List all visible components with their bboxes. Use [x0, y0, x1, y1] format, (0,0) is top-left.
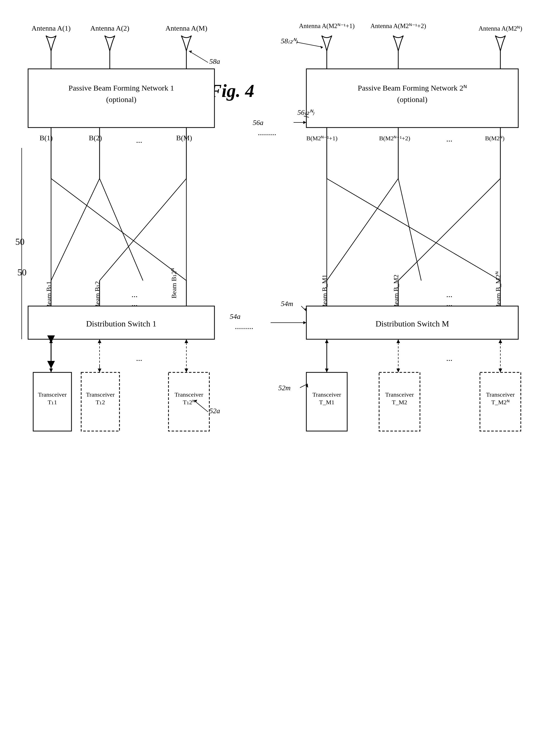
- antenna-right2-label: Antenna A(M2ᴺ⁻¹+2): [371, 22, 426, 30]
- beam-bm2n-label: Beam B_M2ᴺ: [495, 271, 502, 309]
- transceiver-t11-label2: T₁1: [48, 399, 57, 406]
- b1-label: B(1): [40, 134, 53, 142]
- transceiver-tm1-label2: T_M1: [319, 399, 334, 406]
- transceiver-tm2n-label2: T_M2ᴺ: [492, 399, 510, 406]
- bm2n2-label: B(M2ᴺ⁻¹+2): [379, 135, 410, 142]
- dots-left-top: ...: [136, 135, 142, 145]
- dots-beam-left1: ...: [131, 290, 138, 299]
- network-left-line2: (optional): [106, 95, 136, 104]
- ref-56-2n: 56₍₂ᴺ₎: [297, 108, 314, 116]
- fig-label: Fig. 4: [209, 81, 254, 101]
- ref-52a: 52a: [209, 407, 220, 415]
- dots-54a: .........: [235, 322, 253, 331]
- bm2n1-label: B(M2ᴺ⁻¹+1): [306, 135, 338, 142]
- bm-label: B(M): [176, 134, 192, 142]
- dots-trans-right: ...: [446, 353, 453, 363]
- ref-52m: 52m: [278, 384, 291, 392]
- transceiver-tm2n-label1: Transceiver: [486, 391, 515, 398]
- antenna-right1-label: Antenna A(M2ᴺ⁻¹+1): [299, 22, 354, 30]
- network-left-line1: Passive Beam Forming Network 1: [69, 84, 174, 92]
- transceiver-t12-label2: T₁2: [96, 399, 105, 406]
- ref-58a: 58a: [209, 57, 220, 65]
- transceiver-t12n-label2: T₁2ᴺ: [183, 399, 195, 406]
- bm2nn-label: B(M2ᴺ): [485, 135, 505, 142]
- transceiver-tm2-label2: T_M2: [392, 399, 407, 406]
- ref-58-2n: 58₍₂ᴺ₎: [281, 37, 298, 45]
- antenna-a2-label: Antenna A(2): [90, 24, 129, 32]
- beam-b12-label: Beam B₁2: [94, 281, 101, 309]
- transceiver-t12n-label1: Transceiver: [175, 391, 203, 398]
- dist-switch-m-label: Distribution Switch M: [376, 319, 449, 328]
- network-right-line1: Passive Beam Forming Network 2ᴺ: [358, 84, 467, 92]
- antenna-a1-label: Antenna A(1): [31, 24, 71, 32]
- ref-50-label: 50: [15, 237, 25, 247]
- antenna-am-label: Antenna A(M): [165, 24, 207, 32]
- dots-right-top: ...: [446, 134, 453, 143]
- dots-beam-right1: ...: [446, 290, 453, 299]
- beam-b12n-label: Beam B₁2ᴺ: [170, 268, 178, 299]
- ref-56a: 56a: [253, 119, 263, 127]
- transceiver-tm2-label1: Transceiver: [385, 391, 414, 398]
- beam-b11-label: Beam B₁1: [45, 281, 53, 309]
- transceiver-tm1-label1: Transceiver: [312, 391, 341, 398]
- transceiver-t11-label1: Transceiver: [38, 391, 67, 398]
- dots-trans-left: ...: [136, 353, 142, 363]
- dots-56a: .........: [258, 128, 276, 137]
- ref-54a: 54a: [230, 313, 241, 320]
- b2-label: B(2): [89, 134, 102, 142]
- beam-bm1-label: Beam B_M1: [321, 275, 328, 309]
- transceiver-t12-label1: Transceiver: [86, 391, 115, 398]
- dist-switch-1-label: Distribution Switch 1: [86, 319, 157, 328]
- beam-bm2-label: Beam B_M2: [392, 275, 400, 309]
- network-right-line2: (optional): [397, 95, 427, 104]
- ref-54m: 54m: [281, 300, 293, 308]
- antenna-right3-label: Antenna A(M2ᴺ): [479, 25, 522, 32]
